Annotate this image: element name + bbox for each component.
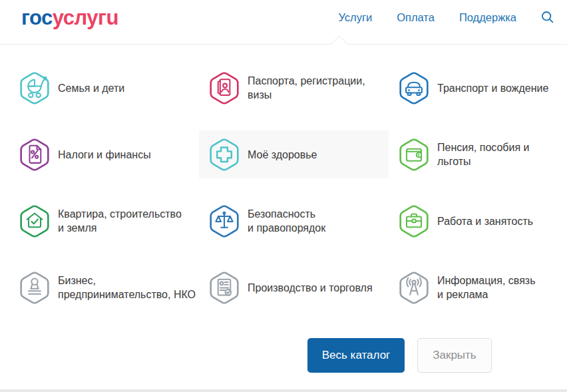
catalog-item-health[interactable]: Моё здоровье (199, 130, 389, 178)
house-check-icon (19, 204, 51, 239)
catalog-item-label: Пенсия, пособия и льготы (437, 140, 558, 168)
catalog-item-label: Семья и дети (58, 81, 124, 95)
wallet-icon (398, 137, 430, 172)
car-icon (398, 71, 430, 106)
catalog-item-label: Производство и торговля (248, 281, 373, 295)
catalog-item-label: Работа и занятость (437, 214, 533, 228)
nav-item-payment[interactable]: Оплата (397, 11, 435, 24)
logo-part-blue: гос (21, 6, 53, 29)
services-catalog-grid: Семья и дети Паспорта, регистрации, визы (9, 57, 558, 323)
antenna-icon (398, 270, 430, 305)
catalog-item-business[interactable]: Бизнес, предпринимательство, НКО (9, 264, 199, 311)
main-nav: Услуги Оплата Поддержка (338, 11, 554, 24)
catalog-item-label: Налоги и финансы (58, 148, 151, 162)
catalog-item-label: Безопасность и правопорядок (248, 207, 325, 235)
top-header: госуслугu Услуги Оплата Поддержка (0, 0, 567, 45)
close-button[interactable]: Закрыть (417, 338, 492, 373)
catalog-item-family[interactable]: Семья и дети (9, 64, 199, 112)
catalog-item-label: Моё здоровье (248, 148, 317, 162)
catalog-item-label: Информация, связь и реклама (437, 274, 536, 301)
all-catalog-button[interactable]: Весь каталог (307, 338, 405, 373)
baby-carriage-icon (19, 71, 51, 106)
nav-item-services[interactable]: Услуги (338, 11, 372, 24)
catalog-item-label: Квартира, строительство и земля (58, 207, 182, 235)
scales-icon (208, 204, 240, 239)
gosuslugi-logo[interactable]: госуслугu (21, 6, 118, 30)
catalog-item-pension[interactable]: Пенсия, пособия и льготы (389, 130, 558, 178)
catalog-item-label: Бизнес, предпринимательство, НКО (58, 274, 196, 301)
catalog-item-production[interactable]: Производство и торговля (199, 264, 389, 311)
catalog-item-transport[interactable]: Транспорт и вождение (389, 64, 558, 112)
certificate-icon (208, 270, 240, 305)
catalog-item-label: Паспорта, регистрации, визы (248, 74, 365, 102)
catalog-item-passports[interactable]: Паспорта, регистрации, визы (199, 64, 389, 112)
nav-item-support[interactable]: Поддержка (459, 11, 516, 24)
catalog-item-work[interactable]: Работа и занятость (389, 197, 558, 245)
logo-part-red: услугu (53, 6, 118, 29)
catalog-item-information[interactable]: Информация, связь и реклама (389, 264, 558, 311)
catalog-item-housing[interactable]: Квартира, строительство и земля (9, 197, 199, 245)
medical-cross-icon (208, 137, 240, 172)
gosuslugi-services-dropdown: госуслугu Услуги Оплата Поддержка (0, 0, 567, 392)
catalog-item-label: Транспорт и вождение (437, 81, 548, 95)
page-bottom-divider (0, 389, 567, 392)
search-icon[interactable] (541, 11, 554, 24)
tax-document-icon (19, 137, 51, 172)
passport-icon (208, 71, 240, 106)
catalog-item-security[interactable]: Безопасность и правопорядок (199, 197, 389, 245)
stamp-icon (19, 270, 51, 305)
catalog-item-taxes[interactable]: Налоги и финансы (9, 130, 199, 178)
briefcase-icon (398, 204, 430, 239)
